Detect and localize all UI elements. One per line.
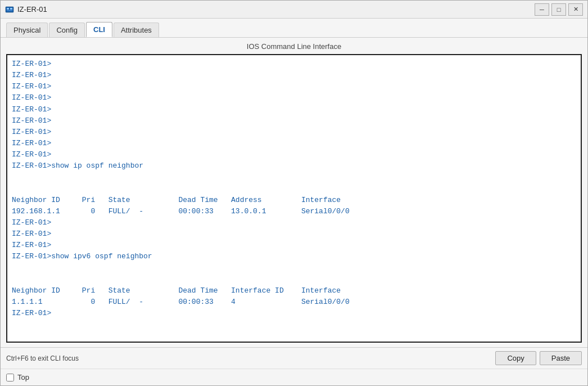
- copy-button[interactable]: Copy: [495, 351, 536, 365]
- svg-rect-1: [7, 8, 9, 10]
- window-icon: [5, 5, 14, 14]
- title-bar: IZ-ER-01 ─ □ ✕: [1, 1, 587, 19]
- restore-button[interactable]: □: [551, 3, 566, 16]
- content-area: IOS Command Line Interface IZ-ER-01> IZ-…: [1, 38, 587, 347]
- action-buttons: Copy Paste: [495, 351, 582, 365]
- svg-rect-2: [10, 8, 12, 10]
- tab-cli[interactable]: CLI: [86, 22, 112, 37]
- minimize-button[interactable]: ─: [535, 3, 549, 16]
- window-controls: ─ □ ✕: [535, 3, 583, 16]
- tab-physical[interactable]: Physical: [6, 23, 48, 37]
- tab-bar: Physical Config CLI Attributes: [1, 19, 587, 38]
- tab-config[interactable]: Config: [49, 23, 85, 37]
- cli-output: IZ-ER-01> IZ-ER-01> IZ-ER-01> IZ-ER-01> …: [12, 59, 576, 319]
- svg-rect-3: [7, 10, 12, 11]
- cli-terminal[interactable]: IZ-ER-01> IZ-ER-01> IZ-ER-01> IZ-ER-01> …: [6, 54, 582, 343]
- window-title: IZ-ER-01: [17, 5, 535, 14]
- status-bar: Ctrl+F6 to exit CLI focus Copy Paste: [1, 347, 587, 369]
- main-window: IZ-ER-01 ─ □ ✕ Physical Config CLI Attri…: [0, 0, 588, 386]
- paste-button[interactable]: Paste: [540, 351, 582, 365]
- top-label: Top: [17, 373, 29, 381]
- status-hint: Ctrl+F6 to exit CLI focus: [6, 354, 79, 362]
- footer: Top: [1, 369, 587, 385]
- tab-attributes[interactable]: Attributes: [114, 23, 159, 37]
- section-title: IOS Command Line Interface: [6, 42, 582, 51]
- close-button[interactable]: ✕: [568, 3, 583, 16]
- top-checkbox[interactable]: [6, 374, 14, 381]
